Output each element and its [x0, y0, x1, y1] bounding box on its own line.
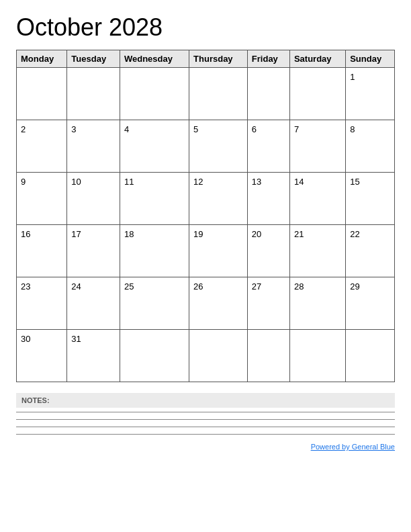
calendar-header-cell: Friday — [247, 50, 289, 68]
day-number: 18 — [124, 229, 134, 239]
calendar-header-cell: Tuesday — [67, 50, 120, 68]
day-number: 6 — [252, 124, 257, 134]
calendar-cell: 17 — [67, 225, 120, 277]
calendar-row: 1 — [17, 68, 395, 120]
calendar-table: MondayTuesdayWednesdayThursdayFridaySatu… — [16, 50, 395, 382]
calendar-cell — [67, 68, 120, 120]
day-number: 23 — [21, 281, 30, 292]
calendar-cell: 23 — [17, 277, 67, 330]
calendar-cell — [289, 330, 345, 382]
calendar-cell: 21 — [289, 225, 345, 277]
calendar-cell: 6 — [247, 120, 289, 173]
day-number: 30 — [21, 334, 30, 344]
calendar-cell: 16 — [17, 225, 67, 277]
day-number: 25 — [124, 281, 134, 292]
calendar-cell: 26 — [189, 277, 248, 330]
calendar-header-cell: Wednesday — [120, 50, 189, 68]
calendar-row: 16171819202122 — [17, 225, 395, 277]
day-number: 4 — [124, 124, 129, 134]
calendar-row: 3031 — [17, 330, 395, 382]
day-number: 3 — [71, 124, 76, 134]
calendar-cell — [189, 68, 248, 120]
day-number: 9 — [21, 177, 26, 187]
calendar-cell: 1 — [346, 68, 395, 120]
day-number: 19 — [193, 229, 203, 239]
calendar-cell: 20 — [247, 225, 289, 277]
calendar-cell: 13 — [247, 173, 289, 225]
calendar-cell: 12 — [189, 173, 248, 225]
powered-by: Powered by General Blue — [16, 443, 395, 451]
day-number: 1 — [350, 72, 355, 82]
calendar-header-cell: Thursday — [189, 50, 248, 68]
day-number: 10 — [71, 177, 81, 187]
page-title: October 2028 — [16, 13, 395, 42]
calendar-cell — [346, 330, 395, 382]
powered-by-link[interactable]: Powered by General Blue — [311, 443, 395, 451]
day-number: 24 — [71, 281, 81, 292]
day-number: 16 — [21, 229, 30, 239]
notes-section: NOTES: — [16, 393, 395, 435]
calendar-cell — [247, 330, 289, 382]
calendar-cell: 22 — [346, 225, 395, 277]
notes-line-3 — [16, 427, 395, 427]
calendar-header-cell: Saturday — [289, 50, 345, 68]
calendar-cell: 3 — [67, 120, 120, 173]
calendar-cell: 28 — [289, 277, 345, 330]
calendar-row: 23242526272829 — [17, 277, 395, 330]
calendar-cell: 18 — [120, 225, 189, 277]
notes-line-1 — [16, 412, 395, 412]
day-number: 12 — [193, 177, 203, 187]
calendar-cell: 31 — [67, 330, 120, 382]
day-number: 28 — [294, 281, 304, 292]
calendar-row: 2345678 — [17, 120, 395, 173]
calendar-cell — [17, 68, 67, 120]
day-number: 5 — [193, 124, 198, 134]
calendar-cell — [120, 68, 189, 120]
calendar-cell: 19 — [189, 225, 248, 277]
day-number: 29 — [350, 281, 359, 292]
day-number: 20 — [252, 229, 261, 239]
day-number: 26 — [193, 281, 203, 292]
calendar-cell — [247, 68, 289, 120]
calendar-cell: 15 — [346, 173, 395, 225]
calendar-cell — [189, 330, 248, 382]
calendar-cell — [289, 68, 345, 120]
calendar-cell: 25 — [120, 277, 189, 330]
day-number: 15 — [350, 177, 359, 187]
calendar-cell: 2 — [17, 120, 67, 173]
calendar-cell: 14 — [289, 173, 345, 225]
calendar-header-cell: Sunday — [346, 50, 395, 68]
calendar-header-row: MondayTuesdayWednesdayThursdayFridaySatu… — [17, 50, 395, 68]
notes-label: NOTES: — [16, 393, 395, 408]
day-number: 13 — [252, 177, 261, 187]
day-number: 7 — [294, 124, 299, 134]
day-number: 14 — [294, 177, 304, 187]
calendar-cell: 7 — [289, 120, 345, 173]
calendar-cell — [120, 330, 189, 382]
day-number: 22 — [350, 229, 359, 239]
day-number: 17 — [71, 229, 81, 239]
day-number: 2 — [21, 124, 26, 134]
calendar-cell: 4 — [120, 120, 189, 173]
calendar-cell: 8 — [346, 120, 395, 173]
calendar-cell: 24 — [67, 277, 120, 330]
day-number: 21 — [294, 229, 304, 239]
day-number: 8 — [350, 124, 355, 134]
day-number: 31 — [71, 334, 81, 344]
day-number: 27 — [252, 281, 261, 292]
day-number: 11 — [124, 177, 134, 187]
calendar-cell: 27 — [247, 277, 289, 330]
calendar-header-cell: Monday — [17, 50, 67, 68]
calendar-cell: 11 — [120, 173, 189, 225]
notes-line-2 — [16, 419, 395, 420]
notes-line-4 — [16, 434, 395, 435]
calendar-cell: 10 — [67, 173, 120, 225]
calendar-cell: 29 — [346, 277, 395, 330]
calendar-row: 9101112131415 — [17, 173, 395, 225]
calendar-cell: 9 — [17, 173, 67, 225]
calendar-cell: 5 — [189, 120, 248, 173]
calendar-cell: 30 — [17, 330, 67, 382]
